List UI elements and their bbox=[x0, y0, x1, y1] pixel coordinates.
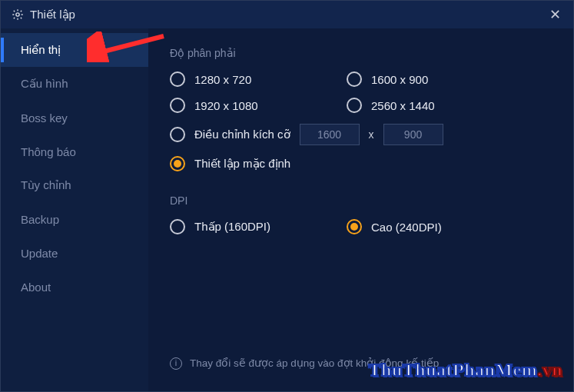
sidebar-item-about[interactable]: About bbox=[1, 270, 148, 304]
sidebar-item-backup[interactable]: Backup bbox=[1, 202, 148, 236]
sidebar-item-bosskey[interactable]: Boss key bbox=[1, 101, 148, 135]
radio-default-setting[interactable]: Thiết lập mặc định bbox=[170, 156, 552, 171]
dpi-title: DPI bbox=[170, 194, 552, 207]
titlebar: Thiết lập ✕ bbox=[1, 1, 573, 28]
close-icon[interactable]: ✕ bbox=[544, 6, 566, 23]
main-panel: Độ phân phải 1280 x 720 1600 x 900 1920 … bbox=[148, 28, 573, 391]
sidebar: Hiển thị Cấu hình Boss key Thông báo Tùy… bbox=[1, 28, 148, 391]
sidebar-item-label: Boss key bbox=[21, 111, 68, 125]
body: Hiển thị Cấu hình Boss key Thông báo Tùy… bbox=[1, 28, 573, 391]
radio-label: 1600 x 900 bbox=[371, 73, 428, 86]
sidebar-item-notifications[interactable]: Thông báo bbox=[1, 135, 148, 168]
sidebar-item-label: Thông báo bbox=[21, 145, 76, 158]
radio-icon bbox=[347, 219, 362, 234]
radio-icon bbox=[170, 127, 185, 142]
sidebar-item-label: About bbox=[21, 281, 51, 294]
radio-label: Thiết lập mặc định bbox=[194, 157, 290, 171]
settings-window: Thiết lập ✕ Hiển thị Cấu hình Boss key T… bbox=[0, 0, 574, 392]
resolution-title: Độ phân phải bbox=[170, 47, 552, 59]
radio-icon bbox=[347, 71, 362, 87]
sidebar-item-label: Update bbox=[21, 247, 58, 260]
radio-label: 1920 x 1080 bbox=[194, 99, 258, 112]
radio-2560x1440[interactable]: 2560 x 1440 bbox=[347, 98, 523, 113]
custom-width-input[interactable]: 1600 bbox=[300, 124, 360, 145]
sidebar-item-display[interactable]: Hiển thị bbox=[1, 33, 148, 67]
radio-1280x720[interactable]: 1280 x 720 bbox=[170, 71, 347, 87]
resolution-grid: 1280 x 720 1600 x 900 1920 x 1080 2560 x… bbox=[170, 71, 552, 113]
radio-icon bbox=[170, 71, 185, 87]
radio-dpi-high[interactable]: Cao (240DPI) bbox=[347, 219, 523, 234]
custom-height-input[interactable]: 900 bbox=[383, 124, 443, 145]
window-title: Thiết lập bbox=[30, 8, 544, 22]
watermark-suffix: .vn bbox=[537, 360, 562, 380]
sidebar-item-config[interactable]: Cấu hình bbox=[1, 67, 148, 101]
sidebar-item-customize[interactable]: Tùy chỉnh bbox=[1, 168, 148, 202]
radio-label: Điều chỉnh kích cỡ bbox=[194, 128, 290, 141]
sidebar-item-label: Backup bbox=[21, 213, 59, 226]
radio-dpi-low[interactable]: Thấp (160DPI) bbox=[170, 219, 347, 234]
radio-icon bbox=[170, 219, 185, 234]
watermark-main: ThuThuatPhanMem bbox=[369, 360, 538, 380]
radio-icon bbox=[347, 98, 362, 113]
radio-1600x900[interactable]: 1600 x 900 bbox=[347, 71, 523, 87]
dpi-section: DPI Thấp (160DPI) Cao (240DPI) bbox=[170, 194, 552, 234]
svg-point-0 bbox=[16, 13, 19, 16]
radio-icon bbox=[170, 156, 185, 171]
radio-label: Thấp (160DPI) bbox=[194, 220, 270, 234]
sidebar-item-label: Hiển thị bbox=[21, 43, 61, 57]
radio-icon bbox=[170, 98, 185, 113]
radio-1920x1080[interactable]: 1920 x 1080 bbox=[170, 98, 347, 113]
radio-custom-size[interactable]: Điều chỉnh kích cỡ 1600 x 900 bbox=[170, 124, 552, 145]
info-icon: i bbox=[170, 357, 182, 370]
radio-label: 1280 x 720 bbox=[194, 73, 251, 86]
x-separator: x bbox=[369, 128, 374, 141]
watermark: ThuThuatPhanMem.vn bbox=[369, 360, 562, 380]
radio-label: 2560 x 1440 bbox=[371, 99, 435, 112]
sidebar-item-label: Tùy chỉnh bbox=[21, 178, 71, 192]
radio-label: Cao (240DPI) bbox=[371, 221, 442, 234]
sidebar-item-label: Cấu hình bbox=[21, 77, 68, 91]
sidebar-item-update[interactable]: Update bbox=[1, 236, 148, 270]
gear-icon bbox=[12, 8, 24, 21]
